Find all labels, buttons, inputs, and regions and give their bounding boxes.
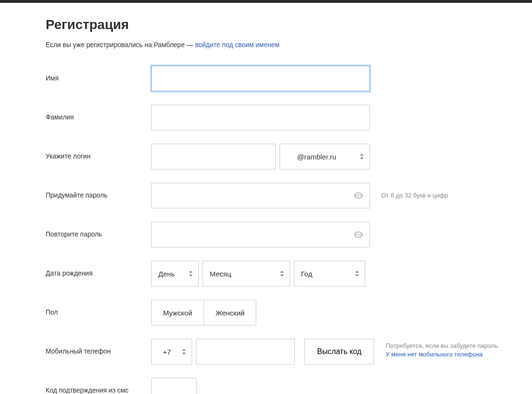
label-phone: Мобильный телефон: [46, 339, 151, 355]
send-code-button[interactable]: Выслать код: [304, 339, 374, 364]
svg-point-0: [358, 195, 359, 197]
chevron-updown-icon: [355, 271, 359, 276]
last-name-input[interactable]: [151, 105, 370, 130]
label-sms-code: Код подтверждения из смс: [46, 378, 151, 394]
eye-icon[interactable]: [354, 192, 363, 199]
password-hint: От 6 до 32 букв и цифр: [381, 183, 448, 200]
dob-year-value: Год: [301, 270, 312, 278]
subtitle-text: Если вы уже регистрировались на Рамблере…: [46, 41, 195, 49]
subtitle: Если вы уже регистрировались на Рамблере…: [46, 41, 532, 49]
label-last-name: Фамилия: [46, 105, 151, 121]
first-name-input[interactable]: [151, 66, 370, 91]
dob-month-select[interactable]: Месяц: [203, 261, 290, 286]
phone-input[interactable]: [196, 339, 295, 364]
password-repeat-input[interactable]: [151, 222, 370, 247]
eye-icon[interactable]: [354, 231, 363, 238]
label-gender: Пол: [46, 300, 151, 316]
chevron-updown-icon: [189, 271, 193, 276]
login-input[interactable]: [151, 144, 276, 169]
dob-day-value: День: [158, 270, 175, 278]
domain-select[interactable]: @rambler.ru: [280, 144, 370, 169]
dob-day-select[interactable]: День: [151, 261, 199, 286]
phone-code-select[interactable]: +7: [151, 339, 192, 364]
chevron-updown-icon: [182, 349, 186, 355]
phone-code-value: +7: [163, 348, 171, 356]
chevron-updown-icon: [280, 271, 284, 276]
login-link[interactable]: войдите под своим именем: [195, 41, 280, 49]
label-password: Придумайте пароль: [46, 183, 151, 199]
domain-value: @rambler.ru: [297, 153, 337, 161]
gender-female-button[interactable]: Женский: [204, 300, 256, 325]
svg-point-1: [358, 234, 359, 236]
no-phone-link[interactable]: У меня нет мобильного телефона: [386, 351, 483, 358]
chevron-updown-icon: [360, 154, 364, 159]
label-dob: Дата рождения: [46, 261, 151, 277]
phone-hint-text: Потребуется, если вы забудете пароль: [386, 342, 498, 350]
page-title: Регистрация: [46, 17, 532, 32]
sms-code-input[interactable]: [151, 378, 197, 394]
dob-month-value: Месяц: [210, 270, 231, 278]
gender-male-button[interactable]: Мужской: [151, 300, 204, 325]
label-password-repeat: Повторите пароль: [46, 222, 151, 238]
password-input[interactable]: [151, 183, 370, 208]
dob-year-select[interactable]: Год: [294, 261, 365, 286]
label-login: Укажите логин: [46, 144, 151, 160]
label-first-name: Имя: [46, 66, 151, 82]
